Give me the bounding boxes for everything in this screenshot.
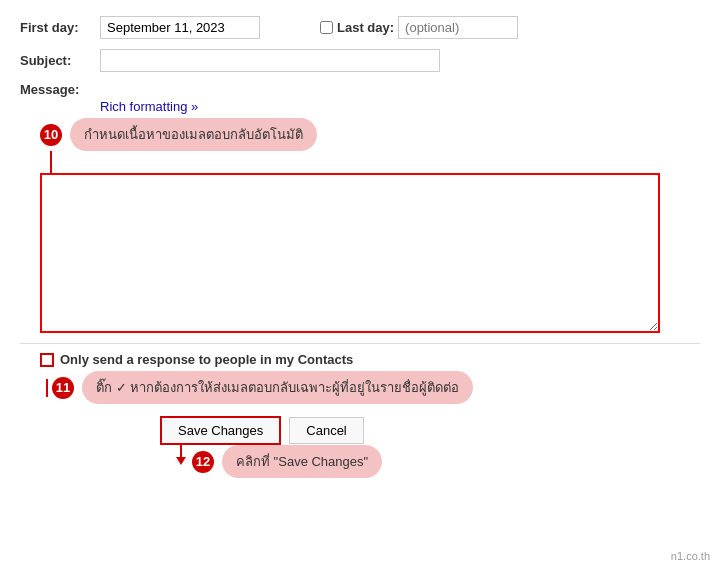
contacts-label: Only send a response to people in my Con… — [60, 352, 353, 367]
pointer-12-line — [180, 445, 182, 457]
pointer-10-container — [50, 151, 700, 173]
contacts-section: Only send a response to people in my Con… — [20, 343, 700, 404]
first-day-row: First day: Last day: — [20, 16, 700, 39]
tooltip-12: คลิกที่ "Save Changes" — [222, 445, 382, 478]
contacts-checkbox[interactable] — [40, 353, 54, 367]
rich-formatting-link[interactable]: Rich formatting » — [100, 99, 700, 114]
badge-10: 10 — [40, 124, 62, 146]
annotation-11-row: 11 ติ๊ก ✓ หากต้องการให้ส่งเมลตอบกลับเฉพา… — [40, 371, 700, 404]
first-day-input[interactable] — [100, 16, 260, 39]
buttons-section: Save Changes Cancel — [160, 416, 700, 445]
annotation-11-content: 11 ติ๊ก ✓ หากต้องการให้ส่งเมลตอบกลับเฉพา… — [52, 371, 473, 404]
message-label-row: Message: — [20, 82, 700, 97]
message-label: Message: — [20, 82, 100, 97]
cancel-button[interactable]: Cancel — [289, 417, 363, 444]
pointer-10-line — [50, 151, 52, 173]
last-day-label: Last day: — [337, 20, 394, 35]
badge-11: 11 — [52, 377, 74, 399]
annotation-12-row: 12 คลิกที่ "Save Changes" — [176, 445, 700, 478]
arrow-12-down — [176, 457, 186, 465]
annotation-12-content: 12 คลิกที่ "Save Changes" — [192, 445, 382, 478]
tooltip-10: กำหนดเนื้อหาของเมลตอบกลับอัตโนมัติ — [70, 118, 317, 151]
contacts-row: Only send a response to people in my Con… — [40, 352, 700, 367]
first-day-label: First day: — [20, 20, 100, 35]
badge-12: 12 — [192, 451, 214, 473]
subject-label: Subject: — [20, 53, 100, 68]
pointer-11-line — [46, 379, 48, 397]
last-day-group: Last day: — [320, 16, 518, 39]
message-section: 10 กำหนดเนื้อหาของเมลตอบกลับอัตโนมัติ — [40, 118, 700, 333]
last-day-input[interactable] — [398, 16, 518, 39]
save-button[interactable]: Save Changes — [160, 416, 281, 445]
last-day-checkbox[interactable] — [320, 21, 333, 34]
annotation-10-row: 10 กำหนดเนื้อหาของเมลตอบกลับอัตโนมัติ — [40, 118, 700, 151]
tooltip-11: ติ๊ก ✓ หากต้องการให้ส่งเมลตอบกลับเฉพาะผู… — [82, 371, 473, 404]
message-textarea[interactable] — [40, 173, 660, 333]
pointer-12-container — [176, 445, 186, 465]
subject-input[interactable] — [100, 49, 440, 72]
subject-row: Subject: — [20, 49, 700, 72]
watermark: n1.co.th — [671, 550, 710, 562]
